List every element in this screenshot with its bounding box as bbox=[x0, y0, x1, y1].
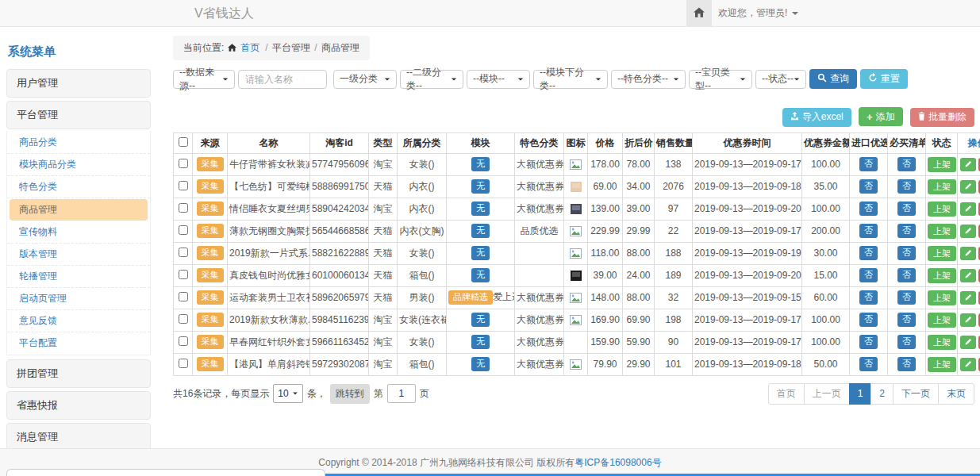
status-button[interactable]: 上架 bbox=[928, 313, 956, 328]
module-badge[interactable]: 无 bbox=[471, 335, 490, 348]
module-badge[interactable]: 无 bbox=[471, 157, 490, 171]
user-menu[interactable]: 欢迎您，管理员! bbox=[718, 0, 798, 26]
sidebar-subitem-2[interactable]: 商品分类 bbox=[7, 132, 150, 154]
must-buy-toggle-badge[interactable]: 否 bbox=[897, 224, 916, 237]
sidebar-subitem-9[interactable]: 启动页管理 bbox=[7, 288, 150, 310]
import-toggle-badge[interactable]: 否 bbox=[859, 313, 878, 326]
row-checkbox[interactable] bbox=[179, 314, 188, 324]
status-button[interactable]: 上架 bbox=[928, 157, 956, 172]
icp-link[interactable]: 粤ICP备16098006号 bbox=[575, 457, 661, 468]
status-button[interactable]: 上架 bbox=[928, 224, 956, 239]
sidebar-subitem-7[interactable]: 版本管理 bbox=[7, 244, 150, 266]
sidebar-item-13[interactable]: 省惠快报 bbox=[6, 391, 151, 420]
page-button-0[interactable]: 首页 bbox=[768, 383, 805, 405]
search-button[interactable]: 查询 bbox=[809, 69, 857, 89]
filter-select-3[interactable]: --二级分类-- bbox=[400, 70, 463, 89]
row-checkbox[interactable] bbox=[179, 292, 188, 301]
sidebar-item-12[interactable]: 拼团管理 bbox=[6, 359, 151, 388]
must-buy-toggle-badge[interactable]: 否 bbox=[897, 357, 916, 370]
row-checkbox[interactable] bbox=[179, 248, 188, 257]
edit-button[interactable] bbox=[960, 180, 976, 194]
must-buy-toggle-badge[interactable]: 否 bbox=[897, 290, 916, 304]
filter-select-2[interactable]: 一级分类 bbox=[333, 70, 397, 89]
page-button-2[interactable]: 1 bbox=[849, 383, 872, 405]
edit-button[interactable] bbox=[960, 269, 976, 282]
status-button[interactable]: 上架 bbox=[928, 357, 956, 372]
import-toggle-badge[interactable]: 否 bbox=[859, 290, 878, 304]
status-button[interactable]: 上架 bbox=[928, 290, 956, 305]
row-checkbox[interactable] bbox=[179, 159, 188, 168]
must-buy-toggle-badge[interactable]: 否 bbox=[897, 179, 916, 193]
import-toggle-badge[interactable]: 否 bbox=[859, 268, 878, 282]
sidebar-subitem-10[interactable]: 意见反馈 bbox=[7, 310, 150, 332]
edit-button[interactable] bbox=[960, 247, 976, 260]
breadcrumb-home-link[interactable]: 首页 bbox=[240, 41, 259, 55]
status-button[interactable]: 上架 bbox=[928, 268, 956, 283]
module-badge[interactable]: 无 bbox=[471, 357, 490, 370]
reset-button[interactable]: 重置 bbox=[860, 69, 908, 89]
home-button[interactable] bbox=[686, 0, 712, 26]
must-buy-toggle-badge[interactable]: 否 bbox=[897, 246, 916, 259]
page-button-4[interactable]: 下一页 bbox=[893, 383, 939, 405]
sidebar-subitem-11[interactable]: 平台配置 bbox=[7, 332, 150, 354]
jump-button[interactable]: 跳转到 bbox=[330, 384, 370, 404]
must-buy-toggle-badge[interactable]: 否 bbox=[897, 202, 916, 215]
filter-select-5[interactable]: --模块下分类-- bbox=[533, 70, 608, 89]
page-button-3[interactable]: 2 bbox=[870, 383, 894, 405]
import-toggle-badge[interactable]: 否 bbox=[859, 224, 878, 237]
import-toggle-badge[interactable]: 否 bbox=[859, 179, 878, 193]
row-checkbox[interactable] bbox=[179, 203, 188, 213]
module-badge[interactable]: 品牌精选 bbox=[448, 290, 493, 304]
filter-select-0[interactable]: --数据来源-- bbox=[173, 70, 235, 89]
sidebar-item-14[interactable]: 消息管理 bbox=[6, 423, 151, 451]
filter-select-7[interactable]: --宝贝类型-- bbox=[689, 70, 752, 89]
batch-delete-button[interactable]: 批量删除 bbox=[910, 108, 974, 127]
status-button[interactable]: 上架 bbox=[928, 179, 956, 194]
sidebar-subitem-5[interactable]: 商品管理 bbox=[10, 199, 148, 221]
module-badge[interactable]: 无 bbox=[471, 246, 490, 259]
module-badge[interactable]: 无 bbox=[471, 202, 490, 215]
page-button-5[interactable]: 末页 bbox=[938, 383, 974, 405]
edit-button[interactable] bbox=[960, 336, 976, 349]
row-checkbox[interactable] bbox=[179, 181, 188, 190]
filter-select-8[interactable]: --状态-- bbox=[755, 70, 806, 89]
sidebar-subitem-3[interactable]: 模块商品分类 bbox=[7, 154, 150, 176]
select-all-checkbox[interactable] bbox=[179, 137, 188, 147]
must-buy-toggle-badge[interactable]: 否 bbox=[897, 157, 916, 171]
edit-button[interactable] bbox=[960, 291, 976, 305]
import-toggle-badge[interactable]: 否 bbox=[859, 357, 878, 370]
module-badge[interactable]: 无 bbox=[471, 224, 490, 237]
page-button-1[interactable]: 上一页 bbox=[804, 383, 850, 405]
must-buy-toggle-badge[interactable]: 否 bbox=[897, 268, 916, 282]
must-buy-toggle-badge[interactable]: 否 bbox=[897, 335, 916, 348]
row-checkbox[interactable] bbox=[179, 225, 188, 235]
import-excel-button[interactable]: 导入excel bbox=[782, 108, 851, 127]
module-badge[interactable]: 无 bbox=[471, 268, 490, 282]
filter-select-6[interactable]: --特色分类-- bbox=[611, 70, 686, 89]
row-checkbox[interactable] bbox=[179, 270, 188, 279]
page-number-input[interactable] bbox=[387, 384, 416, 403]
import-toggle-badge[interactable]: 否 bbox=[859, 335, 878, 348]
status-button[interactable]: 上架 bbox=[928, 202, 956, 217]
module-badge[interactable]: 无 bbox=[471, 179, 490, 193]
edit-button[interactable] bbox=[960, 313, 976, 327]
edit-button[interactable] bbox=[960, 225, 976, 238]
sidebar-subitem-4[interactable]: 特色分类 bbox=[7, 176, 150, 198]
row-checkbox[interactable] bbox=[179, 359, 188, 368]
sidebar-subitem-8[interactable]: 轮播管理 bbox=[7, 266, 150, 288]
name-search-input[interactable] bbox=[238, 70, 327, 89]
edit-button[interactable] bbox=[960, 202, 976, 216]
import-toggle-badge[interactable]: 否 bbox=[859, 202, 878, 215]
sidebar-item-0[interactable]: 用户管理 bbox=[6, 69, 151, 98]
per-page-select[interactable]: 10 bbox=[273, 384, 302, 403]
sidebar-subitem-6[interactable]: 宣传物料 bbox=[7, 221, 150, 244]
import-toggle-badge[interactable]: 否 bbox=[859, 157, 878, 171]
must-buy-toggle-badge[interactable]: 否 bbox=[897, 313, 916, 326]
edit-button[interactable] bbox=[960, 358, 976, 371]
status-button[interactable]: 上架 bbox=[928, 246, 956, 261]
add-button[interactable]: + 添加 bbox=[859, 107, 903, 126]
module-badge[interactable]: 无 bbox=[471, 313, 490, 326]
filter-select-4[interactable]: --模块-- bbox=[467, 70, 530, 89]
sidebar-item-1[interactable]: 平台管理 bbox=[6, 101, 151, 129]
row-checkbox[interactable] bbox=[179, 336, 188, 346]
